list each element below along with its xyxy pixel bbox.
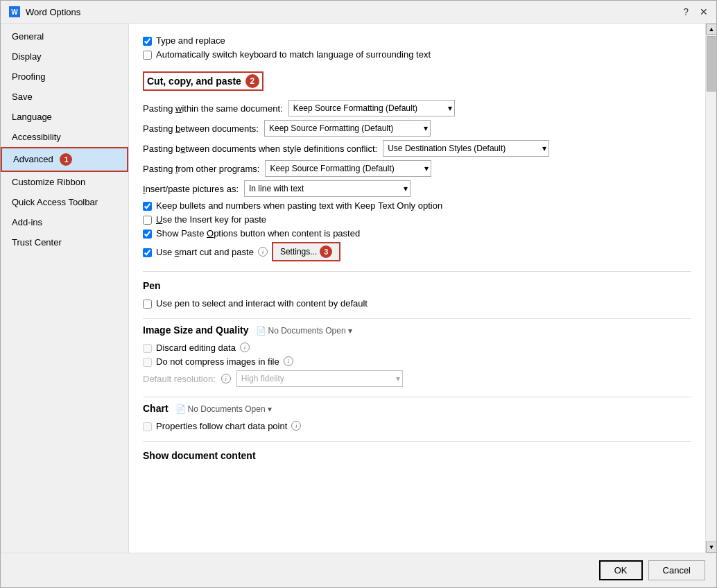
- sidebar-item-save[interactable]: Save: [1, 87, 128, 107]
- properties-follow-checkbox[interactable]: [143, 422, 152, 431]
- help-button[interactable]: ?: [683, 6, 689, 17]
- show-doc-content-header: Show document content: [143, 450, 691, 462]
- type-replace-label: Type and replace: [156, 35, 225, 46]
- properties-follow-info-icon[interactable]: i: [291, 421, 301, 431]
- title-bar-controls: ? ✕: [683, 6, 708, 17]
- paste-other-programs-select[interactable]: Keep Source Formatting (Default) Merge F…: [265, 160, 431, 177]
- keep-bullets-checkbox[interactable]: [143, 202, 152, 211]
- smart-cut-label: Use smart cut and paste: [156, 247, 254, 257]
- sidebar-item-advanced[interactable]: Advanced 1: [1, 147, 128, 172]
- use-insert-label: Use the Insert key for paste: [156, 214, 266, 225]
- dialog-footer: OK Cancel: [1, 553, 716, 587]
- smart-cut-info-icon[interactable]: i: [258, 247, 268, 257]
- image-size-header-row: Image Size and Quality 📄 No Documents Op…: [143, 325, 691, 337]
- settings-button-label: Settings...: [280, 247, 317, 257]
- discard-editing-info-icon[interactable]: i: [240, 343, 250, 352]
- use-pen-label: Use pen to select and interact with cont…: [156, 298, 368, 309]
- paste-other-programs-select-wrapper: Keep Source Formatting (Default) Merge F…: [265, 160, 431, 177]
- default-resolution-select[interactable]: High fidelity 96 ppi 150 ppi 220 ppi 330…: [236, 370, 403, 387]
- paste-between-docs-select[interactable]: Keep Source Formatting (Default) Merge F…: [264, 120, 431, 137]
- paste-same-doc-select[interactable]: Keep Source Formatting (Default) Merge F…: [288, 100, 455, 116]
- ok-button[interactable]: OK: [599, 560, 643, 580]
- insert-paste-pictures-select-wrapper: In line with text Square Tight Through T…: [244, 180, 411, 197]
- advanced-badge: 1: [60, 153, 72, 166]
- use-insert-row: Use the Insert key for paste: [143, 214, 691, 225]
- settings-badge: 3: [320, 245, 332, 258]
- sidebar-item-advanced-label: Advanced: [13, 154, 53, 164]
- image-size-header: Image Size and Quality: [143, 325, 249, 337]
- default-resolution-select-wrapper: High fidelity 96 ppi 150 ppi 220 ppi 330…: [236, 370, 403, 387]
- insert-paste-pictures-select[interactable]: In line with text Square Tight Through T…: [244, 180, 411, 197]
- settings-button[interactable]: Settings... 3: [272, 242, 340, 261]
- insert-paste-pictures-row: Insert/paste pictures as: In line with t…: [143, 180, 691, 197]
- scrollbar-track: [706, 93, 716, 542]
- paste-same-doc-row: Pasting within the same document: Keep S…: [143, 100, 691, 116]
- smart-cut-checkbox[interactable]: [143, 248, 152, 257]
- show-doc-content-section: Show document content: [143, 441, 691, 462]
- scrollbar-thumb[interactable]: [707, 36, 716, 92]
- properties-follow-row: Properties follow chart data point i: [143, 421, 691, 431]
- sidebar-item-language[interactable]: Language: [1, 107, 128, 127]
- content-area: Type and replace Automatically switch ke…: [129, 24, 705, 553]
- paste-same-doc-label: Pasting within the same document:: [143, 103, 283, 114]
- discard-editing-label: Discard editing data: [156, 343, 236, 353]
- auto-keyboard-checkbox[interactable]: [143, 51, 152, 60]
- image-size-doc-indicator: 📄 No Documents Open ▾: [256, 326, 352, 336]
- default-resolution-label: Default resolution:: [143, 374, 216, 384]
- sidebar-item-trust-center[interactable]: Trust Center: [1, 232, 128, 252]
- sidebar-item-proofing[interactable]: Proofing: [1, 67, 128, 87]
- show-paste-checkbox[interactable]: [143, 230, 152, 239]
- sidebar-item-accessibility[interactable]: Accessibility: [1, 127, 128, 147]
- chart-no-docs: No Documents Open: [188, 404, 266, 414]
- title-bar-left: W Word Options: [9, 6, 80, 17]
- use-pen-checkbox[interactable]: [143, 300, 152, 309]
- close-button[interactable]: ✕: [700, 6, 708, 17]
- paste-conflict-label: Pasting between documents when style def…: [143, 144, 377, 154]
- chart-header: Chart: [143, 403, 169, 415]
- paste-other-programs-label: Pasting from other programs:: [143, 164, 259, 174]
- no-compress-label: Do not compress images in file: [156, 356, 279, 367]
- scrollbar-down-button[interactable]: ▼: [706, 542, 716, 553]
- sidebar-item-addins[interactable]: Add-ins: [1, 212, 128, 232]
- default-resolution-info-icon[interactable]: i: [221, 374, 231, 383]
- no-compress-info-icon[interactable]: i: [284, 356, 293, 366]
- insert-paste-pictures-label: Insert/paste pictures as:: [143, 184, 239, 194]
- image-size-dropdown-icon[interactable]: ▾: [348, 326, 352, 336]
- discard-editing-checkbox[interactable]: [143, 344, 152, 353]
- cut-copy-paste-header: Cut, copy, and paste 2: [143, 71, 264, 91]
- chart-section: Chart 📄 No Documents Open ▾ Properties f…: [143, 397, 691, 431]
- dialog-title: Word Options: [26, 7, 80, 17]
- sidebar-item-customize-ribbon[interactable]: Customize Ribbon: [1, 172, 128, 192]
- sidebar-item-quick-access[interactable]: Quick Access Toolbar: [1, 192, 128, 212]
- pen-section: Pen Use pen to select and interact with …: [143, 271, 691, 309]
- paste-between-docs-select-wrapper: Keep Source Formatting (Default) Merge F…: [264, 120, 431, 137]
- paste-conflict-select-wrapper: Use Destination Styles (Default) Keep So…: [383, 140, 549, 157]
- use-insert-checkbox[interactable]: [143, 216, 152, 225]
- smart-cut-row: Use smart cut and paste i Settings... 3: [143, 242, 691, 261]
- sidebar: General Display Proofing Save Language A…: [1, 24, 129, 553]
- chart-dropdown-icon[interactable]: ▾: [268, 404, 272, 414]
- keep-bullets-row: Keep bullets and numbers when pasting te…: [143, 200, 691, 211]
- no-compress-checkbox[interactable]: [143, 358, 152, 367]
- paste-conflict-row: Pasting between documents when style def…: [143, 140, 691, 157]
- properties-follow-label: Properties follow chart data point: [156, 421, 287, 431]
- top-section: Type and replace Automatically switch ke…: [143, 35, 691, 60]
- paste-conflict-select[interactable]: Use Destination Styles (Default) Keep So…: [383, 140, 549, 157]
- image-size-section: Image Size and Quality 📄 No Documents Op…: [143, 318, 691, 387]
- scrollbar-up-button[interactable]: ▲: [706, 24, 716, 35]
- word-options-dialog: W Word Options ? ✕ General Display Proof…: [0, 0, 717, 588]
- cut-copy-paste-title: Cut, copy, and paste: [147, 76, 241, 87]
- image-size-doc-icon: 📄: [256, 326, 266, 336]
- chart-doc-indicator: 📄 No Documents Open ▾: [175, 404, 272, 414]
- pen-header: Pen: [143, 280, 691, 293]
- cancel-button[interactable]: Cancel: [648, 560, 705, 580]
- word-icon: W: [9, 6, 20, 17]
- sidebar-item-display[interactable]: Display: [1, 46, 128, 67]
- show-paste-label: Show Paste Options button when content i…: [156, 228, 360, 239]
- no-compress-row: Do not compress images in file i: [143, 356, 691, 367]
- auto-keyboard-row: Automatically switch keyboard to match l…: [143, 49, 691, 60]
- auto-keyboard-label: Automatically switch keyboard to match l…: [156, 49, 431, 60]
- sidebar-item-general[interactable]: General: [1, 26, 128, 46]
- title-bar: W Word Options ? ✕: [1, 1, 716, 24]
- type-replace-checkbox[interactable]: [143, 37, 152, 46]
